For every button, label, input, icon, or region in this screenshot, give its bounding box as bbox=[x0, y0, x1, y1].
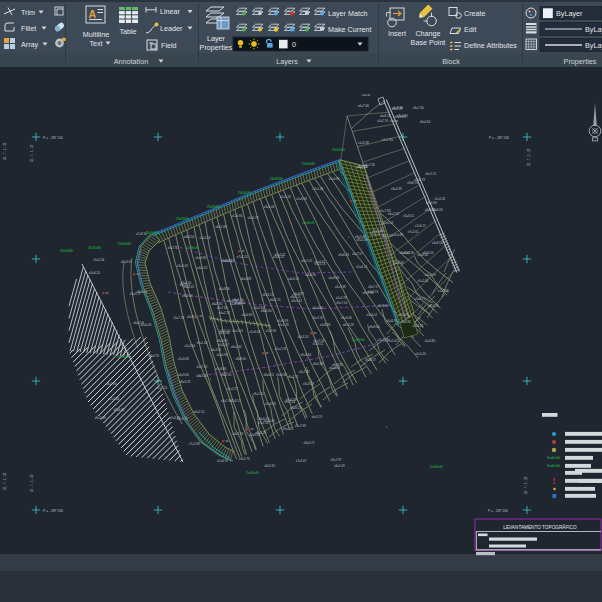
svg-text:Change: Change bbox=[415, 29, 440, 38]
svg-text:c: c bbox=[386, 425, 388, 429]
svg-text:x7=2.61: x7=2.61 bbox=[408, 230, 419, 234]
svg-text:x2=9.25: x2=9.25 bbox=[156, 386, 167, 390]
svg-text:x5=9.46: x5=9.46 bbox=[341, 316, 352, 320]
svg-text:Edit: Edit bbox=[464, 25, 476, 34]
svg-text:x3=3.18: x3=3.18 bbox=[303, 382, 314, 386]
svg-text:x7=1.50: x7=1.50 bbox=[258, 421, 269, 425]
svg-text:x4=2.60: x4=2.60 bbox=[184, 235, 195, 239]
svg-text:2x=90xSt: 2x=90xSt bbox=[352, 338, 365, 342]
svg-text:x7=9.26: x7=9.26 bbox=[413, 324, 424, 328]
svg-text:P = - 287 160: P = - 287 160 bbox=[488, 509, 508, 513]
svg-text:x5=7.83: x5=7.83 bbox=[380, 209, 391, 213]
svg-text:A: A bbox=[89, 8, 97, 20]
svg-text:x1=5.32: x1=5.32 bbox=[435, 197, 446, 201]
svg-text:x9=7.93: x9=7.93 bbox=[295, 424, 306, 428]
svg-text:29=900St: 29=900St bbox=[238, 191, 251, 195]
svg-text:x4=3.51: x4=3.51 bbox=[211, 348, 222, 352]
svg-text:x9=1.56: x9=1.56 bbox=[197, 341, 208, 345]
svg-text:xx: xx bbox=[106, 291, 109, 295]
svg-text:x8=2.70: x8=2.70 bbox=[428, 304, 439, 308]
svg-text:x1=7.90: x1=7.90 bbox=[382, 138, 393, 142]
svg-text:x4=2.20: x4=2.20 bbox=[196, 374, 207, 378]
svg-text:xx: xx bbox=[242, 249, 245, 253]
svg-text:x6=7.46: x6=7.46 bbox=[358, 104, 369, 108]
svg-text:x6=4.61: x6=4.61 bbox=[183, 285, 194, 289]
svg-text:29=900St: 29=900St bbox=[176, 217, 189, 221]
svg-text:x3=6.71: x3=6.71 bbox=[398, 313, 409, 317]
svg-text:x8=9.31: x8=9.31 bbox=[221, 373, 232, 377]
svg-text:x6=5.61: x6=5.61 bbox=[221, 259, 232, 263]
svg-text:x9=4.04: x9=4.04 bbox=[182, 294, 193, 298]
svg-text:x3=9.12: x3=9.12 bbox=[273, 255, 284, 259]
svg-text:x3=3.16: x3=3.16 bbox=[298, 335, 309, 339]
svg-text:x6=3.88: x6=3.88 bbox=[240, 277, 251, 281]
svg-text:x8=3.01: x8=3.01 bbox=[121, 260, 132, 264]
svg-text:x4=7.47: x4=7.47 bbox=[392, 107, 403, 111]
svg-text:x2=9.95: x2=9.95 bbox=[266, 329, 277, 333]
svg-text:Linear: Linear bbox=[160, 7, 181, 16]
svg-text:x7=7.63: x7=7.63 bbox=[217, 306, 228, 310]
svg-text:x8=1.39: x8=1.39 bbox=[95, 416, 106, 420]
svg-text:x6=2.28: x6=2.28 bbox=[343, 323, 354, 327]
svg-text:x1=2.64: x1=2.64 bbox=[184, 344, 195, 348]
svg-text:c: c bbox=[210, 377, 212, 381]
svg-text:x9=8.57: x9=8.57 bbox=[365, 358, 376, 362]
svg-text:29=900St: 29=900St bbox=[118, 242, 131, 246]
svg-text:x6=7.15: x6=7.15 bbox=[425, 172, 436, 176]
svg-text:x9=1.11: x9=1.11 bbox=[283, 427, 294, 431]
svg-text:c: c bbox=[262, 297, 264, 301]
svg-text:P = - 287 160: P = - 287 160 bbox=[43, 509, 63, 513]
svg-text:32 - 7 - 1 - 32: 32 - 7 - 1 - 32 bbox=[524, 476, 528, 494]
svg-text:x9=4.48: x9=4.48 bbox=[114, 408, 125, 412]
svg-text:x3=6.18: x3=6.18 bbox=[286, 398, 297, 402]
svg-text:Fillet: Fillet bbox=[21, 24, 36, 33]
svg-text:x2=4.78: x2=4.78 bbox=[336, 296, 347, 300]
svg-text:x5=2.58: x5=2.58 bbox=[275, 347, 286, 351]
svg-text:x5=2.90: x5=2.90 bbox=[404, 251, 415, 255]
svg-text:x1=8.70: x1=8.70 bbox=[217, 459, 228, 463]
svg-text:Define Attributes: Define Attributes bbox=[464, 41, 517, 50]
svg-text:2x=90xSt: 2x=90xSt bbox=[186, 246, 199, 250]
svg-text:x2=5.10: x2=5.10 bbox=[219, 329, 230, 333]
svg-text:Array: Array bbox=[21, 40, 39, 49]
svg-text:Layer Match: Layer Match bbox=[328, 9, 368, 18]
svg-text:Base Point: Base Point bbox=[411, 38, 446, 47]
svg-text:x8=3.85: x8=3.85 bbox=[332, 363, 343, 367]
svg-text:x4=3.10: x4=3.10 bbox=[288, 277, 299, 281]
svg-text:P = - 287 100: P = - 287 100 bbox=[43, 136, 63, 140]
svg-text:x1=4.67: x1=4.67 bbox=[314, 260, 325, 264]
svg-text:x8=7.38: x8=7.38 bbox=[363, 291, 374, 295]
svg-text:x8=5.49: x8=5.49 bbox=[355, 235, 366, 239]
svg-text:Table: Table bbox=[119, 27, 136, 36]
svg-text:x7=2.06: x7=2.06 bbox=[109, 397, 120, 401]
svg-text:29=900St: 29=900St bbox=[302, 162, 315, 166]
svg-text:2x=90xSt: 2x=90xSt bbox=[430, 465, 443, 469]
svg-text:x9=6.43: x9=6.43 bbox=[338, 253, 349, 257]
svg-text:ByLay: ByLay bbox=[585, 25, 602, 34]
svg-text:x7=3.31: x7=3.31 bbox=[169, 416, 180, 420]
svg-text:32 - 7 - 1 - 32: 32 - 7 - 1 - 32 bbox=[527, 148, 531, 166]
svg-text:x5=3.01: x5=3.01 bbox=[403, 214, 414, 218]
svg-text:c: c bbox=[348, 235, 350, 239]
svg-text:32 - 7 - 1 - 32: 32 - 7 - 1 - 32 bbox=[30, 474, 34, 492]
svg-text:x3=7.97: x3=7.97 bbox=[331, 458, 342, 462]
svg-text:x9=4.39: x9=4.39 bbox=[391, 187, 402, 191]
svg-text:Make Current: Make Current bbox=[328, 25, 372, 34]
svg-text:x6=2.70: x6=2.70 bbox=[270, 298, 281, 302]
svg-text:x3=4.34: x3=4.34 bbox=[425, 208, 436, 212]
svg-text:x9=9.72: x9=9.72 bbox=[304, 441, 315, 445]
svg-text:Multiline: Multiline bbox=[83, 30, 109, 39]
svg-text:x3=6.24: x3=6.24 bbox=[89, 271, 100, 275]
svg-text:x8=8.00: x8=8.00 bbox=[369, 325, 380, 329]
svg-text:x4=4.66: x4=4.66 bbox=[312, 306, 323, 310]
svg-text:x3=5.92: x3=5.92 bbox=[264, 464, 275, 468]
svg-text:x2=5.31: x2=5.31 bbox=[415, 352, 426, 356]
svg-text:29=900St: 29=900St bbox=[60, 249, 73, 253]
svg-text:x3=7.06: x3=7.06 bbox=[357, 165, 368, 169]
svg-text:x4=4.30: x4=4.30 bbox=[305, 273, 316, 277]
svg-text:Text: Text bbox=[89, 39, 102, 48]
svg-text:Annotation: Annotation bbox=[114, 57, 148, 66]
svg-text:29=900St: 29=900St bbox=[270, 177, 283, 181]
svg-text:x5=7.19: x5=7.19 bbox=[196, 365, 207, 369]
svg-text:29=900St: 29=900St bbox=[88, 246, 101, 250]
